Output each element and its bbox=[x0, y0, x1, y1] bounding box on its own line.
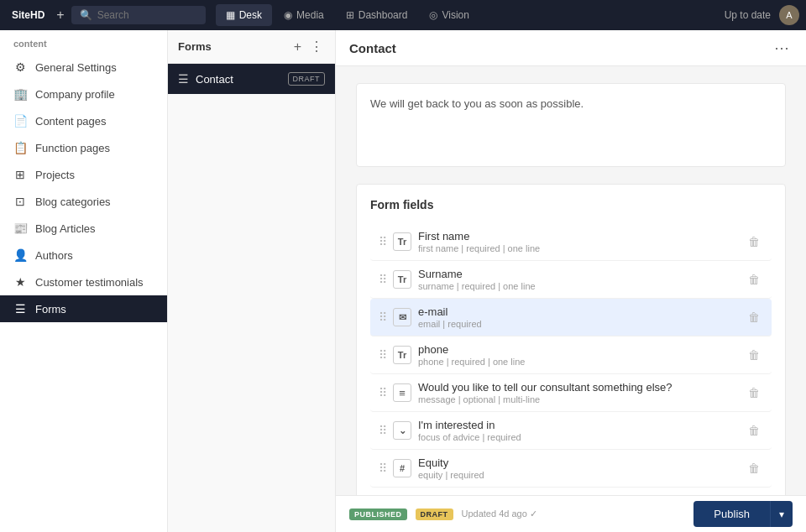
published-badge: PUBLISHED bbox=[349, 509, 407, 520]
drag-handle-interested[interactable]: ⠿ bbox=[379, 424, 386, 437]
drag-handle-equity[interactable]: ⠿ bbox=[379, 462, 386, 475]
forms-header-actions: + ⋮ bbox=[292, 39, 325, 55]
bottom-bar-right: Publish ▾ bbox=[693, 501, 793, 527]
search-icon: 🔍 bbox=[80, 9, 92, 21]
draft-badge: DRAFT bbox=[288, 72, 326, 86]
person-icon: 👤 bbox=[13, 248, 27, 262]
field-type-icon-interested: ⌄ bbox=[393, 421, 411, 440]
content-area: Contact ⋯ We will get back to you as soo… bbox=[336, 30, 806, 532]
desk-icon: ▦ bbox=[226, 9, 235, 21]
drag-handle-phone[interactable]: ⠿ bbox=[379, 348, 386, 362]
contact-message-text: We will get back to you as soon as possi… bbox=[370, 97, 772, 110]
sidebar-item-forms[interactable]: ☰ Forms bbox=[0, 295, 167, 322]
main-layout: content ⚙ General Settings 🏢 Company pro… bbox=[0, 30, 806, 532]
checkmark-icon: ✓ bbox=[530, 509, 537, 519]
articles-icon: 📰 bbox=[13, 222, 27, 235]
sidebar-item-projects[interactable]: ⊞ Projects bbox=[0, 161, 167, 188]
field-row-first-name: ⠿ Tr First name first name | required | … bbox=[370, 223, 772, 261]
bottom-bar: PUBLISHED DRAFT Updated 4d ago ✓ Publish… bbox=[336, 495, 806, 532]
field-name-email: e-mail bbox=[418, 305, 738, 318]
content-more-button[interactable]: ⋯ bbox=[771, 39, 793, 57]
field-type-icon-first-name: Tr bbox=[393, 232, 411, 251]
field-row-equity: ⠿ # Equity equity | required 🗑 bbox=[370, 450, 772, 488]
content-header: Contact ⋯ bbox=[336, 30, 806, 66]
field-info-message: Would you like to tell our consultant so… bbox=[418, 381, 738, 404]
sidebar-item-function-pages[interactable]: 📋 Function pages bbox=[0, 134, 167, 161]
tab-dashboard[interactable]: ⊞ Dashboard bbox=[336, 4, 418, 26]
field-meta-interested: focus of advice | required bbox=[418, 432, 738, 442]
search-bar[interactable]: 🔍 bbox=[71, 6, 206, 24]
draft-badge-bottom: DRAFT bbox=[416, 509, 453, 520]
tab-vision[interactable]: ◎ Vision bbox=[419, 4, 479, 26]
field-meta-email: email | required bbox=[418, 319, 738, 329]
page-icon: 📄 bbox=[13, 114, 27, 128]
field-type-icon-message: ≡ bbox=[393, 383, 411, 402]
drag-handle-email[interactable]: ⠿ bbox=[379, 310, 386, 324]
delete-field-phone[interactable]: 🗑 bbox=[745, 347, 763, 363]
drag-handle-surname[interactable]: ⠿ bbox=[379, 273, 386, 286]
forms-panel-title: Forms bbox=[178, 40, 212, 53]
publish-dropdown-button[interactable]: ▾ bbox=[770, 501, 793, 527]
sidebar-item-company-profile[interactable]: 🏢 Company profile bbox=[0, 81, 167, 107]
top-navigation: SiteHD + 🔍 ▦ Desk ◉ Media ⊞ Dashboard ◎ … bbox=[0, 0, 806, 30]
chevron-down-icon: ▾ bbox=[779, 509, 784, 520]
field-type-icon-equity: # bbox=[393, 459, 411, 477]
sidebar-item-general-settings[interactable]: ⚙ General Settings bbox=[0, 54, 167, 81]
star-icon: ★ bbox=[13, 275, 27, 289]
delete-field-message[interactable]: 🗑 bbox=[745, 384, 763, 401]
field-row-interested: ⠿ ⌄ I'm interested in focus of advice | … bbox=[370, 412, 772, 450]
forms-panel: Forms + ⋮ ☰ Contact DRAFT bbox=[168, 30, 336, 532]
field-row-surname: ⠿ Tr Surname surname | required | one li… bbox=[370, 261, 772, 299]
sidebar-item-authors[interactable]: 👤 Authors bbox=[0, 242, 167, 269]
projects-icon: ⊞ bbox=[13, 168, 27, 181]
field-name-first-name: First name bbox=[418, 230, 738, 243]
vision-icon: ◎ bbox=[429, 9, 437, 21]
forms-item-contact[interactable]: ☰ Contact DRAFT bbox=[168, 64, 335, 94]
search-input[interactable] bbox=[97, 9, 198, 21]
sidebar-item-blog-articles[interactable]: 📰 Blog Articles bbox=[0, 215, 167, 242]
delete-field-first-name[interactable]: 🗑 bbox=[745, 233, 763, 250]
field-type-icon-phone: Tr bbox=[393, 346, 411, 364]
field-info-equity: Equity equity | required bbox=[418, 456, 738, 480]
bottom-bar-left: PUBLISHED DRAFT Updated 4d ago ✓ bbox=[349, 509, 537, 520]
nav-tabs: ▦ Desk ◉ Media ⊞ Dashboard ◎ Vision bbox=[216, 4, 479, 26]
tab-media[interactable]: ◉ Media bbox=[274, 4, 334, 26]
field-name-surname: Surname bbox=[418, 268, 738, 280]
avatar[interactable]: A bbox=[779, 5, 799, 25]
media-icon: ◉ bbox=[284, 9, 292, 21]
publish-button[interactable]: Publish bbox=[693, 501, 770, 527]
sidebar-item-customer-testimonials[interactable]: ★ Customer testimonials bbox=[0, 269, 167, 295]
forms-more-button[interactable]: ⋮ bbox=[308, 39, 325, 55]
field-name-phone: phone bbox=[418, 343, 738, 356]
form-item-icon: ☰ bbox=[178, 72, 189, 86]
tab-desk[interactable]: ▦ Desk bbox=[216, 4, 272, 26]
sidebar: content ⚙ General Settings 🏢 Company pro… bbox=[0, 30, 168, 532]
form-fields-title: Form fields bbox=[370, 198, 772, 211]
sidebar-item-content-pages[interactable]: 📄 Content pages bbox=[0, 107, 167, 134]
app-logo: SiteHD bbox=[7, 6, 50, 24]
forms-add-button[interactable]: + bbox=[292, 39, 303, 55]
field-info-surname: Surname surname | required | one line bbox=[418, 268, 738, 291]
delete-field-email[interactable]: 🗑 bbox=[745, 309, 763, 326]
building-icon: 🏢 bbox=[13, 87, 27, 101]
dashboard-icon: ⊞ bbox=[346, 9, 354, 21]
add-button[interactable]: + bbox=[53, 4, 67, 26]
drag-handle-message[interactable]: ⠿ bbox=[379, 386, 386, 399]
function-icon: 📋 bbox=[13, 141, 27, 154]
forms-icon: ☰ bbox=[13, 302, 27, 316]
delete-field-interested[interactable]: 🗑 bbox=[745, 422, 763, 439]
field-row-email: ⠿ ✉ e-mail email | required 🗑 bbox=[370, 299, 772, 336]
field-info-email: e-mail email | required bbox=[418, 305, 738, 329]
field-info-first-name: First name first name | required | one l… bbox=[418, 230, 738, 253]
delete-field-equity[interactable]: 🗑 bbox=[745, 460, 763, 477]
field-type-icon-surname: Tr bbox=[393, 270, 411, 289]
delete-field-surname[interactable]: 🗑 bbox=[745, 271, 763, 288]
sidebar-section-label: content bbox=[0, 30, 167, 54]
field-meta-phone: phone | required | one line bbox=[418, 357, 738, 367]
field-row-message: ⠿ ≡ Would you like to tell our consultan… bbox=[370, 374, 772, 412]
drag-handle-first-name[interactable]: ⠿ bbox=[379, 235, 386, 248]
sidebar-item-blog-categories[interactable]: ⊡ Blog categories bbox=[0, 188, 167, 215]
field-name-equity: Equity bbox=[418, 456, 738, 469]
field-meta-surname: surname | required | one line bbox=[418, 281, 738, 291]
topnav-right: Up to date A bbox=[725, 5, 799, 25]
